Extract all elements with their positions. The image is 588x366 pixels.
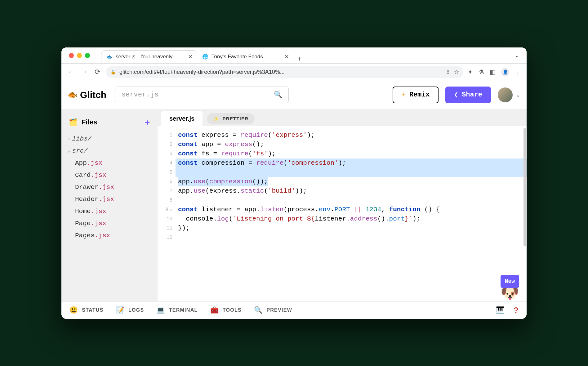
preview-icon: 🔍 [254, 306, 263, 314]
main: 🗂️ Files ＋ ›libs/⌄src/App.jsxCard.jsxDra… [61, 109, 527, 301]
share-icon: ❮ [454, 91, 458, 99]
remix-label: Remix [409, 91, 430, 99]
close-tab-icon[interactable]: ✕ [284, 53, 289, 60]
search-input[interactable]: server.js 🔍 [115, 87, 289, 103]
file-item[interactable]: Home.jsx [66, 207, 154, 216]
profile-icon[interactable]: 👤 [501, 68, 509, 76]
new-tab-button[interactable]: ＋ [293, 54, 306, 63]
menu-icon[interactable]: ⋮ [515, 68, 521, 76]
editor-tab-active[interactable]: server.js [161, 111, 203, 126]
file-item[interactable]: Card.jsx [66, 170, 154, 180]
glitch-logo-text: Glitch [80, 90, 106, 100]
mascot[interactable]: New 🐶 [501, 275, 519, 299]
add-file-button[interactable]: ＋ [143, 117, 151, 128]
editor-tab-label: server.js [169, 115, 194, 122]
favicon: 🐟 [106, 54, 113, 60]
dog-icon: 🐶 [501, 290, 519, 299]
panel-icon[interactable]: ◧ [490, 68, 496, 76]
new-badge: New [501, 275, 519, 288]
gutter: 123456789101112 [158, 131, 176, 301]
footer-item-terminal[interactable]: 💻TERMINAL [156, 306, 198, 314]
tab-title: Tony's Favorite Foods [212, 54, 263, 60]
lock-icon: 🔒 [110, 69, 116, 74]
terminal-icon: 💻 [156, 306, 165, 314]
prettier-label: PRETTIER [222, 116, 248, 121]
window-maximize-icon[interactable] [85, 53, 90, 58]
share-url-icon[interactable]: ⇪ [446, 69, 450, 75]
logs-icon: 📝 [116, 306, 125, 314]
share-label: Share [462, 91, 482, 99]
bolt-icon: ⚡ [401, 91, 405, 99]
address-bar: ← → ⟳ 🔒 glitch.com/edit/#!/foul-heavenly… [61, 64, 527, 81]
forward-button[interactable]: → [80, 68, 89, 76]
prettier-button[interactable]: ✨ PRETTIER [207, 113, 255, 124]
footer-item-preview[interactable]: 🔍PREVIEW [254, 306, 292, 314]
sidebar: 🗂️ Files ＋ ›libs/⌄src/App.jsxCard.jsxDra… [61, 109, 158, 301]
file-item[interactable]: Pages.jsx [66, 231, 154, 240]
footer-item-status[interactable]: 😃STATUS [69, 306, 104, 314]
search-icon: 🔍 [274, 91, 282, 99]
file-item[interactable]: Drawer.jsx [66, 182, 154, 192]
editor-area: server.js ✨ PRETTIER 123456789101112 con… [158, 109, 527, 301]
browser-tabstrip: 🐟 server.js – foul-heavenly-direct ✕🌐 To… [101, 47, 293, 63]
user-menu[interactable]: ⌄ [498, 87, 520, 102]
remix-button[interactable]: ⚡ Remix [393, 87, 438, 103]
back-button[interactable]: ← [67, 68, 76, 76]
favicon: 🌐 [202, 54, 208, 60]
titlebar: 🐟 server.js – foul-heavenly-direct ✕🌐 To… [61, 47, 527, 64]
share-button[interactable]: ❮ Share [445, 87, 491, 103]
file-item[interactable]: App.jsx [66, 158, 154, 168]
tabs-overflow-button[interactable]: ⌄ [514, 52, 519, 59]
labs-icon[interactable]: ⚗ [479, 68, 484, 76]
app-header: 🐟 Glitch server.js 🔍 ⚡ Remix ❮ Share ⌄ [61, 81, 527, 109]
url-text: glitch.com/edit/#!/foul-heavenly-directi… [119, 69, 442, 75]
window-minimize-icon[interactable] [77, 53, 82, 58]
browser-window: 🐟 server.js – foul-heavenly-direct ✕🌐 To… [61, 47, 527, 319]
tools-icon: 🧰 [210, 306, 219, 314]
file-item[interactable]: Header.jsx [66, 194, 154, 204]
tab-title: server.js – foul-heavenly-direct [116, 54, 181, 60]
window-close-icon[interactable] [69, 53, 74, 58]
files-header: 🗂️ Files ＋ [66, 115, 154, 130]
footer: 😃STATUS📝LOGS💻TERMINAL🧰TOOLS🔍PREVIEW 🎹 ? [61, 301, 527, 319]
footer-item-tools[interactable]: 🧰TOOLS [210, 306, 242, 314]
extensions-icon[interactable]: ✦ [468, 68, 473, 76]
help-button[interactable]: ? [514, 306, 519, 315]
file-tree: ›libs/⌄src/App.jsxCard.jsxDrawer.jsxHead… [66, 134, 154, 240]
bookmark-icon[interactable]: ☆ [454, 69, 459, 75]
browser-tab[interactable]: 🌐 Tony's Favorite Foods ✕ [197, 50, 293, 63]
browser-tab[interactable]: 🐟 server.js – foul-heavenly-direct ✕ [101, 50, 197, 63]
editor-tabbar: server.js ✨ PRETTIER [158, 109, 527, 126]
status-icon: 😃 [69, 306, 78, 314]
code-editor[interactable]: 123456789101112 const express = require(… [158, 126, 527, 301]
file-item[interactable]: Page.jsx [66, 219, 154, 228]
glitch-logo-icon: 🐟 [68, 90, 78, 100]
folder[interactable]: ⌄src/ [66, 146, 154, 156]
files-title: Files [82, 118, 97, 126]
url-field[interactable]: 🔒 glitch.com/edit/#!/foul-heavenly-direc… [106, 66, 463, 78]
folder[interactable]: ›libs/ [66, 134, 154, 144]
code: const express = require('express');const… [176, 131, 527, 301]
traffic-lights [69, 53, 90, 58]
footer-items: 😃STATUS📝LOGS💻TERMINAL🧰TOOLS🔍PREVIEW [69, 306, 292, 314]
scrollbar[interactable] [523, 128, 526, 246]
search-placeholder: server.js [122, 91, 274, 99]
reload-button[interactable]: ⟳ [93, 68, 102, 76]
piano-icon[interactable]: 🎹 [496, 306, 504, 314]
footer-item-logs[interactable]: 📝LOGS [116, 306, 144, 314]
avatar [498, 87, 513, 102]
sparkle-icon: ✨ [213, 116, 219, 122]
files-icon: 🗂️ [69, 118, 77, 126]
toolbar-icons: ✦ ⚗ ◧ 👤 ⋮ [468, 68, 521, 76]
chevron-down-icon: ⌄ [516, 92, 520, 98]
glitch-logo[interactable]: 🐟 Glitch [68, 90, 106, 100]
close-tab-icon[interactable]: ✕ [188, 53, 193, 60]
